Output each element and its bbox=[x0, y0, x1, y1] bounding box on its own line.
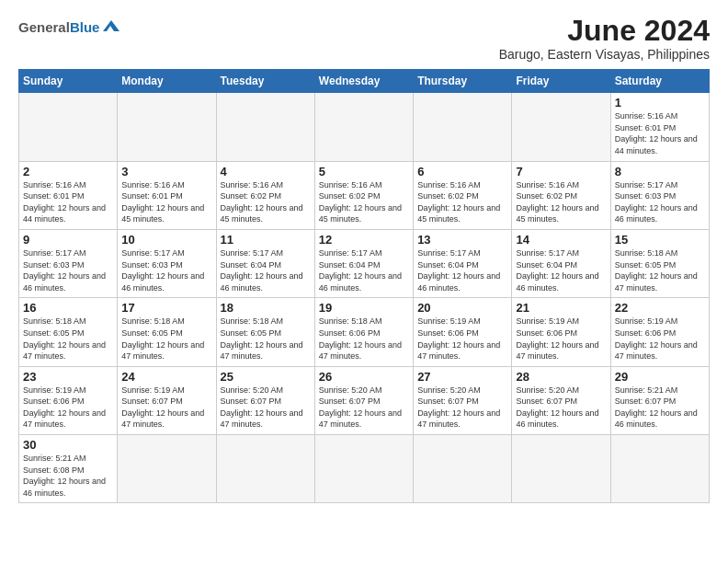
day-number: 16 bbox=[23, 301, 113, 315]
calendar-cell: 8Sunrise: 5:17 AMSunset: 6:03 PMDaylight… bbox=[610, 161, 709, 229]
day-info: Sunrise: 5:17 AMSunset: 6:03 PMDaylight:… bbox=[615, 179, 705, 225]
calendar-cell: 12Sunrise: 5:17 AMSunset: 6:04 PMDayligh… bbox=[314, 229, 413, 297]
day-info: Sunrise: 5:19 AMSunset: 6:06 PMDaylight:… bbox=[23, 385, 113, 431]
calendar-cell: 29Sunrise: 5:21 AMSunset: 6:07 PMDayligh… bbox=[610, 366, 709, 434]
logo-area: GeneralBlue bbox=[18, 15, 121, 35]
calendar-week-row: 1Sunrise: 5:16 AMSunset: 6:01 PMDaylight… bbox=[19, 93, 710, 161]
calendar-cell bbox=[414, 435, 512, 503]
calendar-cell: 24Sunrise: 5:19 AMSunset: 6:07 PMDayligh… bbox=[118, 366, 216, 434]
calendar-cell: 5Sunrise: 5:16 AMSunset: 6:02 PMDaylight… bbox=[314, 161, 413, 229]
calendar-cell: 13Sunrise: 5:17 AMSunset: 6:04 PMDayligh… bbox=[414, 229, 512, 297]
weekday-header-friday: Friday bbox=[512, 70, 610, 93]
day-number: 30 bbox=[23, 438, 113, 452]
calendar-cell bbox=[512, 93, 610, 161]
calendar-cell: 22Sunrise: 5:19 AMSunset: 6:06 PMDayligh… bbox=[610, 298, 709, 366]
day-number: 2 bbox=[23, 165, 113, 178]
day-info: Sunrise: 5:20 AMSunset: 6:07 PMDaylight:… bbox=[516, 385, 606, 431]
day-info: Sunrise: 5:16 AMSunset: 6:02 PMDaylight:… bbox=[221, 179, 311, 225]
calendar-week-row: 16Sunrise: 5:18 AMSunset: 6:05 PMDayligh… bbox=[19, 298, 710, 366]
day-info: Sunrise: 5:20 AMSunset: 6:07 PMDaylight:… bbox=[319, 385, 409, 431]
day-info: Sunrise: 5:16 AMSunset: 6:02 PMDaylight:… bbox=[516, 179, 606, 225]
calendar-cell: 3Sunrise: 5:16 AMSunset: 6:01 PMDaylight… bbox=[118, 161, 216, 229]
day-number: 8 bbox=[615, 165, 705, 178]
calendar-cell: 7Sunrise: 5:16 AMSunset: 6:02 PMDaylight… bbox=[512, 161, 610, 229]
month-title: June 2024 bbox=[499, 15, 710, 47]
location-subtitle: Barugo, Eastern Visayas, Philippines bbox=[499, 47, 710, 62]
day-number: 10 bbox=[121, 233, 211, 247]
weekday-header-saturday: Saturday bbox=[610, 70, 709, 93]
calendar-week-row: 30Sunrise: 5:21 AMSunset: 6:08 PMDayligh… bbox=[19, 435, 710, 503]
day-number: 9 bbox=[23, 233, 113, 247]
day-info: Sunrise: 5:21 AMSunset: 6:08 PMDaylight:… bbox=[23, 453, 113, 499]
day-info: Sunrise: 5:17 AMSunset: 6:03 PMDaylight:… bbox=[121, 247, 211, 293]
calendar-cell: 15Sunrise: 5:18 AMSunset: 6:05 PMDayligh… bbox=[610, 229, 709, 297]
calendar-cell: 20Sunrise: 5:19 AMSunset: 6:06 PMDayligh… bbox=[414, 298, 512, 366]
weekday-header-wednesday: Wednesday bbox=[314, 70, 413, 93]
day-number: 14 bbox=[516, 233, 606, 247]
calendar-cell: 2Sunrise: 5:16 AMSunset: 6:01 PMDaylight… bbox=[19, 161, 118, 229]
day-info: Sunrise: 5:19 AMSunset: 6:06 PMDaylight:… bbox=[615, 316, 705, 362]
day-info: Sunrise: 5:17 AMSunset: 6:03 PMDaylight:… bbox=[23, 247, 113, 293]
day-number: 6 bbox=[417, 165, 507, 178]
day-number: 24 bbox=[121, 370, 211, 384]
day-info: Sunrise: 5:19 AMSunset: 6:07 PMDaylight:… bbox=[121, 385, 211, 431]
day-number: 22 bbox=[615, 301, 705, 315]
day-info: Sunrise: 5:17 AMSunset: 6:04 PMDaylight:… bbox=[319, 247, 409, 293]
day-number: 3 bbox=[121, 165, 211, 178]
day-number: 12 bbox=[319, 233, 409, 247]
logo-icon bbox=[101, 18, 121, 35]
calendar-cell: 14Sunrise: 5:17 AMSunset: 6:04 PMDayligh… bbox=[512, 229, 610, 297]
calendar-cell bbox=[314, 93, 413, 161]
day-info: Sunrise: 5:17 AMSunset: 6:04 PMDaylight:… bbox=[516, 247, 606, 293]
calendar-cell: 18Sunrise: 5:18 AMSunset: 6:05 PMDayligh… bbox=[216, 298, 314, 366]
weekday-header-tuesday: Tuesday bbox=[216, 70, 314, 93]
day-info: Sunrise: 5:18 AMSunset: 6:05 PMDaylight:… bbox=[121, 316, 211, 362]
calendar-cell bbox=[118, 93, 216, 161]
day-info: Sunrise: 5:17 AMSunset: 6:04 PMDaylight:… bbox=[417, 247, 507, 293]
day-number: 19 bbox=[319, 301, 409, 315]
day-number: 27 bbox=[417, 370, 507, 384]
calendar-week-row: 23Sunrise: 5:19 AMSunset: 6:06 PMDayligh… bbox=[19, 366, 710, 434]
calendar-cell bbox=[216, 93, 314, 161]
calendar-week-row: 2Sunrise: 5:16 AMSunset: 6:01 PMDaylight… bbox=[19, 161, 710, 229]
calendar-cell bbox=[216, 435, 314, 503]
day-number: 18 bbox=[221, 301, 311, 315]
calendar-cell: 25Sunrise: 5:20 AMSunset: 6:07 PMDayligh… bbox=[216, 366, 314, 434]
day-number: 20 bbox=[417, 301, 507, 315]
day-info: Sunrise: 5:20 AMSunset: 6:07 PMDaylight:… bbox=[221, 385, 311, 431]
day-info: Sunrise: 5:16 AMSunset: 6:01 PMDaylight:… bbox=[121, 179, 211, 225]
logo-general-text: GeneralBlue bbox=[18, 20, 99, 34]
day-info: Sunrise: 5:19 AMSunset: 6:06 PMDaylight:… bbox=[417, 316, 507, 362]
weekday-header-monday: Monday bbox=[118, 70, 216, 93]
calendar-cell: 1Sunrise: 5:16 AMSunset: 6:01 PMDaylight… bbox=[610, 93, 709, 161]
day-info: Sunrise: 5:18 AMSunset: 6:05 PMDaylight:… bbox=[23, 316, 113, 362]
calendar-week-row: 9Sunrise: 5:17 AMSunset: 6:03 PMDaylight… bbox=[19, 229, 710, 297]
day-number: 1 bbox=[615, 96, 705, 109]
calendar-cell: 17Sunrise: 5:18 AMSunset: 6:05 PMDayligh… bbox=[118, 298, 216, 366]
calendar-cell: 30Sunrise: 5:21 AMSunset: 6:08 PMDayligh… bbox=[19, 435, 118, 503]
title-area: June 2024 Barugo, Eastern Visayas, Phili… bbox=[499, 15, 710, 62]
day-number: 28 bbox=[516, 370, 606, 384]
day-info: Sunrise: 5:16 AMSunset: 6:01 PMDaylight:… bbox=[615, 110, 705, 156]
calendar-cell: 11Sunrise: 5:17 AMSunset: 6:04 PMDayligh… bbox=[216, 229, 314, 297]
day-number: 17 bbox=[121, 301, 211, 315]
day-info: Sunrise: 5:19 AMSunset: 6:06 PMDaylight:… bbox=[516, 316, 606, 362]
calendar-cell bbox=[118, 435, 216, 503]
day-info: Sunrise: 5:16 AMSunset: 6:02 PMDaylight:… bbox=[417, 179, 507, 225]
calendar-cell: 26Sunrise: 5:20 AMSunset: 6:07 PMDayligh… bbox=[314, 366, 413, 434]
calendar-cell bbox=[314, 435, 413, 503]
day-info: Sunrise: 5:17 AMSunset: 6:04 PMDaylight:… bbox=[221, 247, 311, 293]
calendar-cell: 19Sunrise: 5:18 AMSunset: 6:06 PMDayligh… bbox=[314, 298, 413, 366]
calendar-cell bbox=[19, 93, 118, 161]
calendar-cell bbox=[512, 435, 610, 503]
calendar-cell: 4Sunrise: 5:16 AMSunset: 6:02 PMDaylight… bbox=[216, 161, 314, 229]
weekday-header-row: SundayMondayTuesdayWednesdayThursdayFrid… bbox=[19, 70, 710, 93]
calendar-cell: 9Sunrise: 5:17 AMSunset: 6:03 PMDaylight… bbox=[19, 229, 118, 297]
weekday-header-thursday: Thursday bbox=[414, 70, 512, 93]
calendar-table: SundayMondayTuesdayWednesdayThursdayFrid… bbox=[18, 69, 710, 503]
weekday-header-sunday: Sunday bbox=[19, 70, 118, 93]
day-number: 21 bbox=[516, 301, 606, 315]
day-info: Sunrise: 5:21 AMSunset: 6:07 PMDaylight:… bbox=[615, 385, 705, 431]
day-info: Sunrise: 5:20 AMSunset: 6:07 PMDaylight:… bbox=[417, 385, 507, 431]
day-info: Sunrise: 5:16 AMSunset: 6:01 PMDaylight:… bbox=[23, 179, 113, 225]
